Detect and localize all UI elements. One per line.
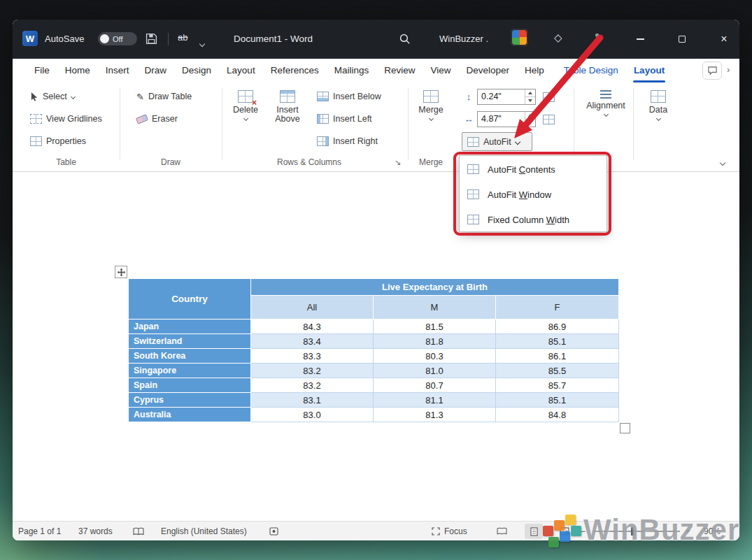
tab-draw[interactable]: Draw: [137, 59, 175, 82]
tab-insert[interactable]: Insert: [98, 59, 137, 82]
autofit-button[interactable]: AutoFit: [462, 132, 532, 151]
tab-mailings[interactable]: Mailings: [327, 59, 377, 82]
close-button[interactable]: ×: [709, 20, 739, 59]
comment-icon: [707, 66, 718, 76]
autosave-toggle[interactable]: Off: [98, 32, 137, 45]
row-height-spinner[interactable]: 0.24": [477, 89, 536, 105]
data-button[interactable]: Data: [640, 85, 676, 154]
menu-item-fixed-column-width[interactable]: Fixed Column Width: [460, 207, 606, 232]
life-expectancy-table[interactable]: Country Live Expectancy at Birth All M F…: [128, 278, 619, 422]
column-width-spinner[interactable]: 4.87": [477, 111, 536, 127]
table-row: South Korea 83.3 80.3 86.1: [129, 349, 619, 364]
maximize-button[interactable]: [667, 20, 697, 59]
word-app-icon[interactable]: W: [22, 31, 38, 46]
width-spin-down-button[interactable]: [525, 120, 535, 127]
autosave-label: AutoSave: [45, 34, 84, 44]
status-bar: Page 1 of 1 37 words English (United Sta…: [13, 521, 739, 540]
table-move-handle[interactable]: [115, 266, 127, 278]
tab-table-design[interactable]: Table Design: [556, 59, 626, 82]
table-group-header[interactable]: Live Expectancy at Birth: [251, 279, 619, 296]
insert-above-button[interactable]: Insert Above: [267, 85, 308, 154]
zoom-out-button[interactable]: −: [581, 526, 586, 536]
tab-help[interactable]: Help: [517, 59, 552, 82]
zoom-level[interactable]: 90%: [704, 526, 721, 536]
table-subheader-m[interactable]: M: [374, 296, 496, 320]
table-row: Switzerland 83.4 81.8 85.1: [129, 334, 619, 349]
tab-table-layout-active[interactable]: Layout: [626, 59, 672, 82]
share-pane-chevron-icon[interactable]: ›: [727, 64, 730, 75]
qat-separator: [168, 33, 169, 45]
qat-chevron-down-icon[interactable]: [200, 36, 204, 49]
word-count[interactable]: 37 words: [78, 526, 113, 536]
table-row: Spain 83.2 80.7 85.7: [129, 378, 619, 393]
insert-right-button[interactable]: Insert Right: [313, 133, 381, 150]
menu-item-autofit-contents[interactable]: AutoFit Contents: [460, 157, 606, 182]
diamond-icon[interactable]: ◇: [554, 31, 562, 44]
table-subheader-all[interactable]: All: [251, 296, 374, 320]
properties-button[interactable]: Properties: [27, 133, 90, 150]
read-mode-icon: [497, 527, 507, 536]
zoom-slider-track[interactable]: [593, 531, 680, 532]
delete-button[interactable]: × Delete: [227, 85, 264, 154]
account-avatar[interactable]: [511, 29, 528, 46]
width-spin-up-button[interactable]: [525, 112, 535, 120]
minimize-button[interactable]: [625, 20, 655, 59]
eraser-button[interactable]: Eraser: [133, 110, 181, 127]
merge-button[interactable]: Merge: [413, 85, 449, 154]
select-button[interactable]: Select: [27, 88, 78, 105]
distribute-columns-icon: [543, 115, 555, 124]
data-icon: [651, 90, 666, 103]
insert-left-button[interactable]: Insert Left: [313, 110, 376, 127]
view-gridlines-button[interactable]: View Gridlines: [27, 110, 106, 127]
height-spin-up-button[interactable]: [525, 89, 535, 97]
account-name[interactable]: WinBuzzer .: [439, 34, 488, 44]
print-layout-button[interactable]: [525, 524, 543, 539]
pen-icon[interactable]: ✎: [595, 31, 603, 43]
minimize-icon: [637, 38, 644, 40]
spin-down-icon: [528, 122, 532, 124]
draw-table-button[interactable]: ✎ Draw Table: [133, 88, 195, 105]
document-page[interactable]: Country Live Expectancy at Birth All M F…: [13, 172, 739, 521]
word-window: W AutoSave Off ab Document1 - Word WinBu…: [13, 20, 739, 540]
table-corner-header[interactable]: Country: [129, 279, 251, 320]
tab-references[interactable]: References: [263, 59, 327, 82]
search-icon[interactable]: [399, 33, 411, 48]
table-subheader-f[interactable]: F: [496, 296, 619, 320]
alignment-label: Alignment: [586, 101, 625, 110]
tab-design[interactable]: Design: [174, 59, 219, 82]
column-width-value[interactable]: 4.87": [478, 112, 525, 127]
autofit-label: AutoFit: [483, 137, 511, 147]
tab-home[interactable]: Home: [57, 59, 98, 82]
insert-below-button[interactable]: Insert Below: [313, 88, 385, 105]
tab-developer[interactable]: Developer: [459, 59, 518, 82]
fixed-column-width-label: Fixed Column Width: [488, 215, 569, 225]
strikethrough-icon[interactable]: ab: [178, 32, 187, 43]
zoom-slider-thumb[interactable]: [631, 527, 634, 536]
read-mode-button[interactable]: [492, 524, 511, 539]
macro-record-icon[interactable]: [269, 527, 278, 538]
language-indicator[interactable]: English (United States): [161, 526, 247, 536]
web-layout-button[interactable]: [555, 524, 574, 539]
distribute-rows-button[interactable]: [541, 89, 556, 106]
delete-x-icon: ×: [252, 99, 257, 107]
focus-mode-button[interactable]: Focus: [432, 526, 467, 536]
menu-item-autofit-window[interactable]: AutoFit Window: [460, 182, 606, 207]
comments-button[interactable]: [702, 62, 722, 80]
document-title: Document1 - Word: [234, 34, 313, 44]
zoom-in-button[interactable]: +: [686, 526, 690, 536]
proofing-icon[interactable]: [133, 527, 144, 538]
distribute-columns-button[interactable]: [541, 111, 556, 128]
tab-review[interactable]: Review: [376, 59, 423, 82]
rows-columns-dialog-launcher-icon[interactable]: ↘: [395, 158, 401, 167]
save-icon[interactable]: [146, 33, 157, 48]
tab-view[interactable]: View: [423, 59, 458, 82]
collapse-ribbon-chevron-icon[interactable]: [721, 155, 725, 168]
row-height-value[interactable]: 0.24": [478, 89, 525, 104]
tab-file[interactable]: File: [27, 59, 57, 82]
page-indicator[interactable]: Page 1 of 1: [18, 526, 61, 536]
print-layout-icon: [530, 527, 538, 536]
table-resize-handle[interactable]: [620, 423, 630, 433]
tab-layout[interactable]: Layout: [219, 59, 263, 82]
height-spin-down-button[interactable]: [525, 97, 535, 104]
alignment-button[interactable]: Alignment: [585, 85, 627, 154]
